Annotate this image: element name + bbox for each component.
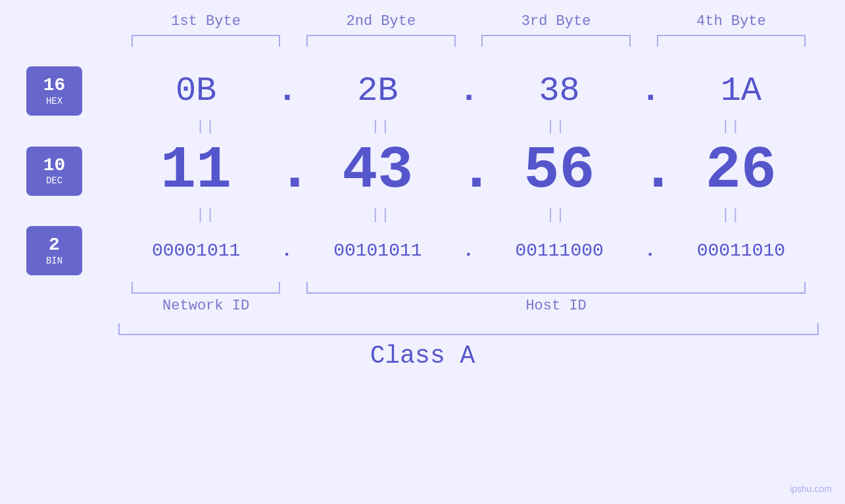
- dec-b1: 11: [118, 137, 274, 204]
- hex-b2: 2B: [300, 72, 455, 110]
- hex-badge-label: HEX: [46, 96, 62, 106]
- eq2-b2: ||: [371, 207, 391, 223]
- dec-badge: 10 DEC: [26, 147, 82, 196]
- bin-dot-1: .: [277, 241, 297, 261]
- bottom-bracket-host-wrap: [293, 282, 819, 294]
- bracket-top-4: [657, 35, 806, 47]
- top-brackets: [26, 35, 819, 47]
- equals-row-2: || || || ||: [26, 207, 819, 223]
- bin-values: 00001011 . 00101011 . 00111000 . 0001101…: [118, 241, 819, 261]
- bottom-brackets-row: [26, 282, 819, 294]
- dec-b4: 26: [664, 137, 819, 204]
- bin-b2: 00101011: [300, 241, 455, 261]
- bin-badge-num: 2: [49, 235, 60, 256]
- hex-dot-3: .: [640, 72, 660, 110]
- byte2-label: 2nd Byte: [293, 13, 468, 30]
- eq1-b3: ||: [546, 118, 566, 135]
- host-id-label: Host ID: [293, 298, 819, 314]
- bin-badge-label: BIN: [46, 256, 62, 266]
- footer: ipshu.com: [790, 484, 832, 494]
- hex-b3: 38: [482, 72, 637, 110]
- hex-row: 16 HEX 0B . 2B . 38 . 1A: [26, 66, 819, 116]
- eq1-b1: ||: [196, 118, 216, 135]
- dec-badge-num: 10: [43, 156, 66, 176]
- hex-badge-num: 16: [43, 76, 66, 96]
- class-row: Class A: [26, 342, 819, 370]
- bracket-top-1: [132, 35, 280, 47]
- overall-bracket-row: [26, 323, 819, 335]
- bin-b1: 00001011: [118, 241, 274, 261]
- bin-b3: 00111000: [482, 241, 637, 261]
- bracket-top-3: [481, 35, 630, 47]
- dec-dot-1: .: [277, 137, 297, 204]
- bracket-top-2: [306, 35, 455, 47]
- hex-badge: 16 HEX: [26, 66, 82, 116]
- overall-bracket: [118, 323, 819, 335]
- network-id-label: Network ID: [118, 298, 293, 314]
- eq2-b3: ||: [546, 207, 566, 223]
- bottom-bracket-network-wrap: [118, 282, 293, 294]
- bracket-cell-2: [293, 35, 468, 47]
- eq1-b2: ||: [371, 118, 391, 135]
- eq2-b1: ||: [196, 207, 216, 223]
- main-container: 1st Byte 2nd Byte 3rd Byte 4th Byte 16 H…: [0, 0, 845, 504]
- bracket-bottom-network: [132, 282, 280, 294]
- byte1-label: 1st Byte: [118, 13, 293, 30]
- equals-row-1: || || || ||: [26, 118, 819, 135]
- dec-values: 11 . 43 . 56 . 26: [118, 137, 819, 204]
- hex-b1: 0B: [118, 72, 274, 110]
- bracket-cell-1: [118, 35, 293, 47]
- eq1-b4: ||: [721, 118, 741, 135]
- hex-b4: 1A: [664, 72, 819, 110]
- hex-values: 0B . 2B . 38 . 1A: [118, 72, 819, 110]
- dec-badge-label: DEC: [46, 175, 62, 186]
- bin-dot-3: .: [640, 241, 660, 261]
- dec-b3: 56: [482, 137, 637, 204]
- bin-dot-2: .: [459, 241, 479, 261]
- bracket-cell-4: [644, 35, 819, 47]
- bin-b4: 00011010: [664, 241, 819, 261]
- bracket-cell-3: [469, 35, 644, 47]
- byte4-label: 4th Byte: [644, 13, 819, 30]
- dec-b2: 43: [300, 137, 455, 204]
- byte-labels-row: 1st Byte 2nd Byte 3rd Byte 4th Byte: [26, 13, 819, 30]
- bin-row: 2 BIN 00001011 . 00101011 . 00111000 . 0…: [26, 226, 819, 275]
- dec-row: 10 DEC 11 . 43 . 56 . 26: [26, 137, 819, 204]
- byte3-label: 3rd Byte: [469, 13, 644, 30]
- dec-dot-3: .: [640, 137, 660, 204]
- bracket-bottom-host: [306, 282, 806, 294]
- hex-dot-2: .: [459, 72, 479, 110]
- class-label: Class A: [370, 342, 475, 370]
- bin-badge: 2 BIN: [26, 226, 82, 275]
- eq2-b4: ||: [721, 207, 741, 223]
- id-labels-row: Network ID Host ID: [26, 298, 819, 314]
- dec-dot-2: .: [459, 137, 479, 204]
- hex-dot-1: .: [277, 72, 297, 110]
